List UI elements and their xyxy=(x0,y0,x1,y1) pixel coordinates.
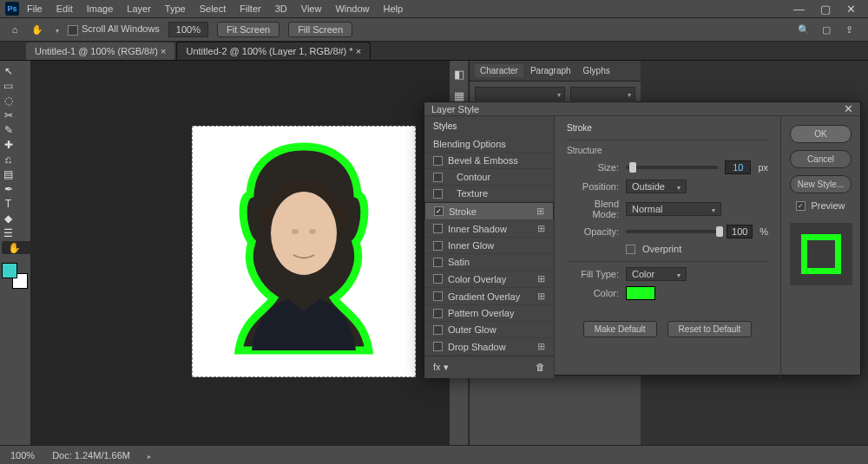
history-tool-icon[interactable]: ⎌ xyxy=(2,153,15,166)
document-canvas[interactable] xyxy=(192,126,416,377)
fx-icon[interactable]: fx ▾ xyxy=(433,362,449,373)
hand-tool-icon[interactable]: ✋ xyxy=(31,24,43,36)
search-icon[interactable]: 🔍 xyxy=(797,23,811,36)
style-item-bevel-emboss[interactable]: Bevel & Emboss xyxy=(424,153,554,169)
style-checkbox[interactable] xyxy=(434,206,444,216)
document-tab[interactable]: Untitled-1 @ 100% (RGB/8#) × xyxy=(26,42,174,60)
status-zoom[interactable]: 100% xyxy=(10,450,35,461)
blendmode-select[interactable]: Normal xyxy=(626,202,721,216)
tab-glyphs[interactable]: Glyphs xyxy=(578,64,615,77)
stroke-color-swatch[interactable] xyxy=(626,286,655,300)
home-icon[interactable]: ⌂ xyxy=(7,22,23,37)
zoom-level-field[interactable]: 100% xyxy=(168,22,208,37)
tab-character[interactable]: Character xyxy=(475,64,523,77)
cancel-button[interactable]: Cancel xyxy=(790,150,852,168)
window-maximize-icon[interactable]: ▢ xyxy=(813,1,838,17)
style-checkbox[interactable] xyxy=(433,224,443,233)
type-tool-icon[interactable]: T xyxy=(2,197,15,210)
menu-window[interactable]: Window xyxy=(329,2,375,16)
style-checkbox[interactable] xyxy=(433,189,443,199)
arrange-icon[interactable]: ▢ xyxy=(819,23,833,36)
style-item-outer-glow[interactable]: Outer Glow xyxy=(424,322,554,338)
style-checkbox[interactable] xyxy=(433,342,443,351)
style-item-satin[interactable]: Satin xyxy=(424,254,554,271)
preview-checkbox[interactable]: Preview xyxy=(790,200,852,211)
dialog-titlebar[interactable]: Layer Style ✕ xyxy=(424,102,860,116)
brush-tool-icon[interactable]: ✎ xyxy=(2,123,15,136)
canvas-area[interactable] xyxy=(31,61,450,445)
add-effect-icon[interactable]: ⊞ xyxy=(537,291,545,302)
style-item-stroke[interactable]: Stroke⊞ xyxy=(424,202,554,220)
move-tool-icon[interactable]: ↖ xyxy=(2,64,15,77)
shape-tool-icon[interactable]: ◆ xyxy=(2,212,15,225)
window-minimize-icon[interactable]: — xyxy=(786,1,812,17)
trash-icon[interactable]: 🗑 xyxy=(536,362,545,373)
menu-3d[interactable]: 3D xyxy=(269,2,293,16)
color-panel-icon[interactable]: ◧ xyxy=(454,68,464,81)
add-effect-icon[interactable]: ⊞ xyxy=(536,206,544,217)
style-item-inner-glow[interactable]: Inner Glow xyxy=(424,238,554,254)
style-item-gradient-overlay[interactable]: Gradient Overlay⊞ xyxy=(424,288,554,305)
style-item-color-overlay[interactable]: Color Overlay⊞ xyxy=(424,271,554,288)
style-item-drop-shadow[interactable]: Drop Shadow⊞ xyxy=(424,338,554,356)
menu-edit[interactable]: Edit xyxy=(50,2,79,16)
style-checkbox[interactable] xyxy=(433,156,443,166)
window-close-icon[interactable]: ✕ xyxy=(839,1,863,17)
fill-screen-button[interactable]: Fill Screen xyxy=(288,22,352,37)
crop-tool-icon[interactable]: ✂ xyxy=(2,108,15,121)
dialog-close-icon[interactable]: ✕ xyxy=(844,102,853,115)
style-checkbox[interactable] xyxy=(433,274,443,284)
menu-select[interactable]: Select xyxy=(194,2,233,16)
add-effect-icon[interactable]: ⊞ xyxy=(537,341,545,352)
position-select[interactable]: Outside xyxy=(626,180,687,193)
filltype-select[interactable]: Color xyxy=(626,267,687,281)
style-item-pattern-overlay[interactable]: Pattern Overlay xyxy=(424,305,554,322)
status-menu-icon[interactable] xyxy=(148,450,151,461)
menu-type[interactable]: Type xyxy=(159,2,192,16)
style-checkbox[interactable] xyxy=(433,241,443,251)
style-checkbox[interactable] xyxy=(433,325,443,335)
ok-button[interactable]: OK xyxy=(790,125,852,143)
font-family-select[interactable] xyxy=(475,87,565,101)
menu-layer[interactable]: Layer xyxy=(121,2,157,16)
add-effect-icon[interactable]: ⊞ xyxy=(537,223,545,234)
color-swatches[interactable] xyxy=(2,263,28,289)
make-default-button[interactable]: Make Default xyxy=(583,321,657,337)
style-checkbox[interactable] xyxy=(433,291,443,301)
gradient-tool-icon[interactable]: ▤ xyxy=(2,167,15,180)
menu-file[interactable]: File xyxy=(21,2,49,16)
style-checkbox[interactable] xyxy=(433,309,443,318)
style-item-contour[interactable]: Contour xyxy=(424,169,554,186)
opacity-slider[interactable] xyxy=(626,230,720,233)
add-effect-icon[interactable]: ⊞ xyxy=(537,273,545,284)
document-tab-active[interactable]: Untitled-2 @ 100% (Layer 1, RGB/8#) * × xyxy=(176,42,371,60)
menu-view[interactable]: View xyxy=(295,2,328,16)
overprint-checkbox[interactable] xyxy=(626,245,635,254)
style-item-inner-shadow[interactable]: Inner Shadow⊞ xyxy=(424,220,554,238)
style-checkbox[interactable] xyxy=(433,173,443,182)
scroll-all-checkbox[interactable]: Scroll All Windows xyxy=(68,23,160,35)
marquee-tool-icon[interactable]: ▭ xyxy=(2,79,15,92)
pen-tool-icon[interactable]: ✒ xyxy=(2,182,15,195)
font-style-select[interactable] xyxy=(570,87,635,101)
size-slider[interactable] xyxy=(626,166,718,169)
menu-filter[interactable]: Filter xyxy=(233,2,266,16)
style-item-texture[interactable]: Texture xyxy=(424,186,554,202)
menu-image[interactable]: Image xyxy=(81,2,120,16)
heal-tool-icon[interactable]: ✚ xyxy=(2,138,15,151)
fit-screen-button[interactable]: Fit Screen xyxy=(217,22,279,37)
share-icon[interactable]: ⇪ xyxy=(842,23,856,36)
size-input[interactable]: 10 xyxy=(725,160,751,174)
reset-default-button[interactable]: Reset to Default xyxy=(667,321,753,337)
menu-help[interactable]: Help xyxy=(378,2,410,16)
blending-options-row[interactable]: Blending Options xyxy=(424,136,554,153)
foreground-color-swatch[interactable] xyxy=(2,263,17,278)
opacity-input[interactable]: 100 xyxy=(727,225,753,239)
swatches-panel-icon[interactable]: ▦ xyxy=(454,89,464,102)
more-tools-icon[interactable]: ☰ xyxy=(2,226,15,239)
tool-preset-dropdown[interactable] xyxy=(52,24,59,35)
new-style-button[interactable]: New Style... xyxy=(790,175,852,193)
lasso-tool-icon[interactable]: ◌ xyxy=(2,94,15,107)
tab-paragraph[interactable]: Paragraph xyxy=(525,64,576,77)
style-checkbox[interactable] xyxy=(433,258,443,267)
